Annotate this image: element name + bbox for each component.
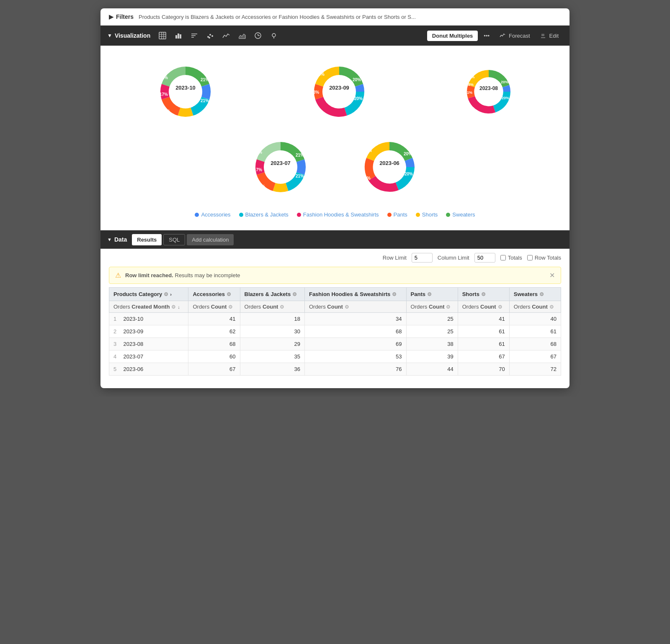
viz-donut-multiples-btn[interactable]: Donut Multiples <box>427 31 478 41</box>
viz-sort-btn[interactable] <box>187 29 201 42</box>
cell-month: 4 2023-07 <box>109 350 188 363</box>
warning-icon: ⚠ <box>115 271 121 279</box>
col-accessories: Accessories ⚙ <box>188 288 240 301</box>
svg-text:21%: 21% <box>296 174 304 178</box>
cell-shorts: 61 <box>458 338 509 350</box>
subh-pants-gear[interactable]: ⚙ <box>446 304 451 310</box>
viz-toolbar: ▼ Visualization Donut Multiples <box>100 26 570 46</box>
svg-text:2023-08: 2023-08 <box>479 85 498 91</box>
legend-shorts[interactable]: Shorts <box>416 211 438 218</box>
results-controls: Row Limit Column Limit Totals Row Totals <box>100 249 570 267</box>
col-products-category-expand[interactable]: › <box>170 292 172 297</box>
svg-text:20%: 20% <box>405 172 413 176</box>
svg-text:19%: 19% <box>276 137 285 142</box>
viz-label: ▼ Visualization <box>107 32 150 39</box>
col-limit-input[interactable] <box>474 253 495 263</box>
svg-text:8%: 8% <box>313 90 320 95</box>
tab-sql[interactable]: SQL <box>163 234 185 245</box>
svg-point-12 <box>209 34 211 36</box>
viz-line-btn[interactable] <box>219 29 233 42</box>
cell-fashion: 69 <box>304 338 406 350</box>
col-shorts-gear[interactable]: ⚙ <box>481 291 486 297</box>
svg-text:17%: 17% <box>254 167 262 172</box>
viz-table-btn[interactable] <box>155 29 170 42</box>
svg-point-13 <box>211 35 213 37</box>
svg-text:21%: 21% <box>254 150 262 155</box>
viz-clock-btn[interactable] <box>251 29 265 42</box>
legend-blazers[interactable]: Blazers & Jackets <box>239 211 289 218</box>
cell-fashion: 76 <box>304 363 406 376</box>
table-row: 1 2023-10 41 18 34 25 41 40 <box>109 313 561 325</box>
subh-accessories-gear[interactable]: ⚙ <box>228 304 233 310</box>
data-chevron-icon: ▼ <box>107 237 112 242</box>
donuts-area: 2023-10 20% 21% 21% 9% 13% 17% 21% <box>100 46 570 230</box>
legend-fashion-hoodies[interactable]: Fashion Hoodies & Sweatshirts <box>297 211 379 218</box>
subh-blazers-gear[interactable]: ⚙ <box>280 304 284 310</box>
svg-point-58 <box>374 151 405 183</box>
legend-accessories[interactable]: Accessories <box>195 211 230 218</box>
warning-close-btn[interactable]: ✕ <box>549 271 555 279</box>
row-totals-label: Row Totals <box>535 255 561 261</box>
row-totals-checkbox[interactable] <box>527 255 533 260</box>
cell-accessories: 60 <box>188 350 240 363</box>
warning-bold-text: Row limit reached. <box>125 272 173 278</box>
col-sweaters-gear[interactable]: ⚙ <box>539 291 544 297</box>
svg-text:9%: 9% <box>469 75 474 79</box>
col-sweaters: Sweaters ⚙ <box>509 288 561 301</box>
col-blazers-gear[interactable]: ⚙ <box>292 291 297 297</box>
svg-text:21%: 21% <box>201 98 209 103</box>
cell-month: 1 2023-10 <box>109 313 188 325</box>
subh-month-gear[interactable]: ⚙ <box>171 304 176 310</box>
subh-shorts-gear[interactable]: ⚙ <box>498 304 502 310</box>
row-limit-input[interactable] <box>412 253 433 263</box>
viz-more-btn[interactable]: ••• <box>479 30 494 41</box>
subh-month-sort[interactable]: ↓ <box>178 304 180 309</box>
viz-area-btn[interactable] <box>235 29 249 42</box>
svg-text:21%: 21% <box>472 111 479 115</box>
cell-blazers: 36 <box>240 363 304 376</box>
col-accessories-gear[interactable]: ⚙ <box>227 291 231 297</box>
cell-month: 3 2023-08 <box>109 338 188 350</box>
viz-bar-btn[interactable] <box>171 29 186 42</box>
viz-edit-btn[interactable]: Edit <box>536 30 563 41</box>
svg-text:2023-10: 2023-10 <box>175 85 196 91</box>
totals-checkbox[interactable] <box>500 255 506 260</box>
legend-pants[interactable]: Pants <box>387 211 407 218</box>
viz-forecast-btn[interactable]: Forecast <box>495 30 534 41</box>
cell-blazers: 29 <box>240 338 304 350</box>
donut-2023-08: 2023-08 20% 20% 20% 21% 11% 9% 18% <box>459 62 518 121</box>
svg-text:21%: 21% <box>201 77 209 82</box>
filters-toggle[interactable]: ▶ Filters <box>109 13 134 20</box>
donuts-bottom-row: 2023-07 19% 21% 21% 11% 12% 17% 21% <box>109 134 561 201</box>
data-label: ▼ Data <box>107 236 127 243</box>
warning-text: Results may be incomplete <box>175 272 240 278</box>
donut-2023-10: 2023-10 20% 21% 21% 9% 13% 17% 21% <box>152 58 219 125</box>
cell-accessories: 67 <box>188 363 240 376</box>
table-row: 5 2023-06 67 36 76 44 70 72 <box>109 363 561 376</box>
donut-2023-06: 2023-06 18% 20% 20% 21% 12% 19% 10% <box>356 134 423 201</box>
svg-rect-7 <box>180 34 181 39</box>
cell-pants: 44 <box>406 363 458 376</box>
svg-point-23 <box>170 76 201 108</box>
svg-point-18 <box>272 33 276 37</box>
svg-text:22%: 22% <box>320 114 328 118</box>
svg-text:13%: 13% <box>162 109 170 113</box>
svg-text:20%: 20% <box>353 77 361 82</box>
col-products-category-gear[interactable]: ⚙ <box>164 291 168 297</box>
filters-bar: ▶ Filters Products Category is Blazers &… <box>100 8 570 26</box>
svg-text:20%: 20% <box>502 96 509 100</box>
svg-point-32 <box>323 76 355 108</box>
col-fashion-gear[interactable]: ⚙ <box>392 291 397 297</box>
viz-map-btn[interactable] <box>267 29 281 42</box>
cell-sweaters: 40 <box>509 313 561 325</box>
tab-add-calculation[interactable]: Add calculation <box>187 234 234 245</box>
subh-fashion-gear[interactable]: ⚙ <box>345 304 349 310</box>
col-pants-gear[interactable]: ⚙ <box>427 291 432 297</box>
legend-sweaters[interactable]: Sweaters <box>446 211 475 218</box>
viz-scatter-btn[interactable] <box>203 29 217 42</box>
subh-sweaters-gear[interactable]: ⚙ <box>549 304 554 310</box>
cell-blazers: 30 <box>240 325 304 338</box>
cell-month: 5 2023-06 <box>109 363 188 376</box>
chevron-right-icon: ▶ <box>109 13 113 20</box>
tab-results[interactable]: Results <box>132 234 162 245</box>
